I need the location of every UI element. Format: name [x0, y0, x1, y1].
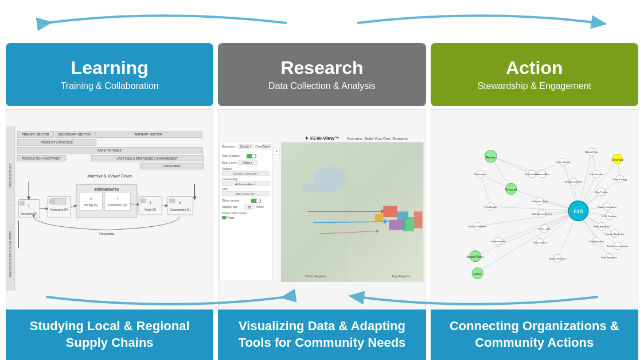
svg-text:PRODUCTION FOOTPRINT: PRODUCTION FOOTPRINT	[22, 157, 61, 160]
svg-rect-104	[375, 214, 384, 221]
network-panel: Farms Restaurants Public Health Natural …	[431, 109, 638, 308]
header-row: Learning Training & Collaboration Resear…	[6, 43, 638, 106]
action-title: Action	[506, 58, 563, 78]
svg-text:Gas Stations: Gas Stations	[590, 173, 604, 176]
research-subtitle: Data Collection & Analysis	[268, 81, 376, 91]
svg-text:Recycling: Recycling	[99, 232, 114, 235]
svg-text:3: 3	[90, 198, 92, 200]
caption-left: Studying Local & Regional Supply Chains	[6, 309, 213, 360]
svg-text:Emergency Mgmt: Emergency Mgmt	[565, 181, 583, 183]
svg-text:Chamber Commerce: Chamber Commerce	[532, 213, 552, 215]
svg-line-117	[480, 174, 490, 207]
svg-text:Display top: Display top	[222, 205, 237, 208]
svg-text:+: +	[275, 149, 278, 154]
svg-text:Farmers Mkts: Farmers Mkts	[534, 173, 549, 176]
svg-rect-54	[169, 198, 175, 203]
action-box: Action Stewardship & Engagement	[431, 43, 638, 106]
svg-rect-106	[403, 217, 414, 231]
content-row: PERSPECTIVES FEW/VISION SUPPLY-CHAIN STE…	[6, 109, 638, 308]
svg-text:Volunteer Orgs: Volunteer Orgs	[532, 200, 548, 203]
svg-text:Retail (R): Retail (R)	[145, 208, 156, 211]
svg-text:Food: Food	[228, 216, 234, 219]
svg-text:County ▾: County ▾	[240, 145, 252, 148]
svg-point-88	[256, 199, 260, 203]
research-title: Research	[280, 58, 363, 78]
svg-text:PRIMARY SECTOR: PRIMARY SECTOR	[22, 133, 49, 136]
caption-row: Studying Local & Regional Supply Chains …	[6, 309, 638, 360]
svg-line-113	[490, 156, 532, 174]
svg-text:Econ. Dev.: Econ. Dev.	[538, 227, 551, 230]
svg-text:F4R: F4R	[573, 208, 583, 214]
svg-rect-99	[302, 184, 335, 192]
svg-text:LAST-MILE & EMERGENCY MANAGEME: LAST-MILE & EMERGENCY MANAGEMENT	[117, 157, 178, 160]
svg-text:Top Regions: Top Regions	[392, 274, 410, 278]
svg-text:6: 6	[179, 202, 181, 204]
svg-rect-53	[140, 198, 146, 203]
svg-text:PERSPECTIVES: PERSPECTIVES	[9, 163, 12, 187]
svg-text:TERTIARY SECTOR: TERTIARY SECTOR	[134, 133, 162, 136]
svg-text:Storage (S): Storage (S)	[84, 204, 98, 207]
supply-chain-svg: PERSPECTIVES FEW/VISION SUPPLY-CHAIN STE…	[6, 110, 213, 308]
svg-text:20: 20	[248, 206, 251, 209]
svg-text:Public Works: Public Works	[532, 241, 547, 244]
svg-text:Flow ▾: Flow ▾	[263, 145, 271, 148]
svg-text:Farms: Farms	[486, 156, 495, 159]
svg-text:4: 4	[117, 198, 119, 200]
svg-rect-52	[49, 199, 55, 204]
svg-text:Region:: Region:	[222, 167, 232, 171]
map-svg: ✦ FEW-View™ Scenario: Build Your Own Sce…	[218, 110, 425, 308]
svg-text:Unit:: Unit:	[222, 187, 228, 191]
svg-text:Commodity:: Commodity:	[222, 177, 239, 181]
map-panel: ✦ FEW-View™ Scenario: Build Your Own Sce…	[218, 109, 426, 308]
main-container: Learning Training & Collaboration Resear…	[0, 0, 644, 360]
svg-text:Rows: Rows	[256, 205, 264, 208]
svg-line-46	[71, 206, 75, 207]
network-svg: Farms Restaurants Public Health Natural …	[431, 110, 638, 308]
learning-subtitle: Training & Collaboration	[61, 81, 159, 91]
svg-text:Material & Virtual Flows: Material & Virtual Flows	[87, 173, 132, 179]
research-box: Research Data Collection & Analysis	[218, 43, 426, 106]
svg-rect-107	[414, 211, 423, 228]
svg-text:Auto-Update:: Auto-Update:	[222, 154, 240, 157]
svg-text:Electricity: Electricity	[611, 158, 623, 161]
svg-line-122	[477, 211, 578, 226]
svg-text:Wells: Wells	[474, 272, 481, 276]
svg-rect-102	[384, 206, 397, 217]
svg-text:Natural Gas: Natural Gas	[585, 150, 598, 153]
svg-text:✦ FEW-View™: ✦ FEW-View™	[305, 136, 339, 141]
svg-text:Production (P): Production (P)	[50, 208, 68, 211]
svg-text:−: −	[275, 156, 278, 161]
svg-text:5: 5	[150, 202, 151, 204]
svg-text:CONSUMER: CONSUMER	[163, 164, 181, 168]
svg-text:Scenario: Build Your Own Scena: Scenario: Build Your Own Scenario	[347, 137, 408, 141]
svg-rect-51	[19, 201, 24, 206]
svg-text:City Agencies: City Agencies	[589, 240, 604, 243]
svg-text:1: 1	[28, 204, 30, 207]
svg-line-127	[475, 211, 579, 256]
svg-text:Groceries: Groceries	[505, 188, 517, 191]
svg-text:Natural Systems: Natural Systems	[469, 225, 487, 228]
svg-text:State Agencies: State Agencies	[593, 225, 610, 228]
svg-text:Distributors: Distributors	[474, 173, 486, 176]
svg-text:Consumption (C): Consumption (C)	[170, 208, 190, 211]
svg-text:Food Banks: Food Banks	[484, 206, 497, 208]
svg-text:PRODUCT LIFECYCLE: PRODUCT LIFECYCLE	[41, 141, 73, 144]
caption-right: Connecting Organizations & Community Act…	[431, 309, 638, 360]
svg-rect-94	[222, 216, 227, 219]
svg-text:All Commodities ▾: All Commodities ▾	[236, 183, 256, 185]
svg-text:Fed. Agencies: Fed. Agencies	[601, 256, 616, 259]
svg-text:Coconino County, AZ ▾: Coconino County, AZ ▾	[233, 172, 258, 175]
svg-text:County Agencies: County Agencies	[605, 233, 623, 235]
learning-title: Learning	[71, 58, 149, 78]
svg-text:Show arrows: Show arrows	[222, 199, 240, 202]
svg-text:Higher Education: Higher Education	[598, 206, 617, 208]
svg-rect-36	[105, 192, 131, 211]
top-right-arrow	[346, 10, 610, 36]
svg-point-73	[252, 154, 256, 158]
svg-text:Inflow ▾: Inflow ▾	[243, 161, 252, 164]
top-left-arrow	[34, 10, 298, 36]
svg-text:Data Layer:: Data Layer:	[222, 161, 238, 164]
svg-line-119	[490, 207, 578, 211]
svg-text:Tribal Communities: Tribal Communities	[607, 245, 628, 247]
svg-line-143	[532, 162, 563, 174]
